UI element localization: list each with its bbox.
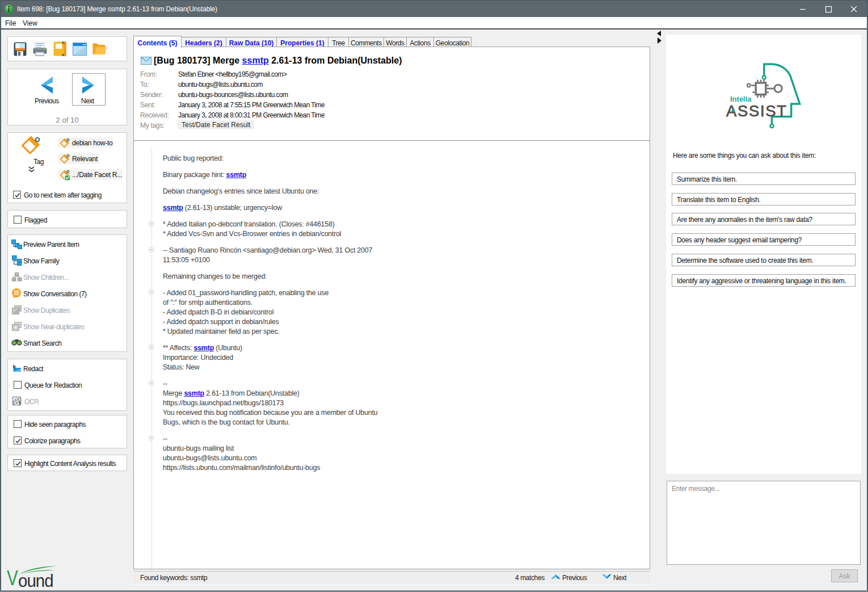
svg-text:ASSIST: ASSIST <box>726 102 786 120</box>
